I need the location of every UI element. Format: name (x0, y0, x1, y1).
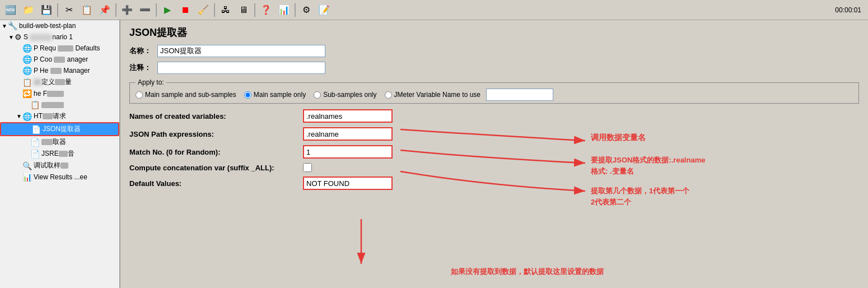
sub-h-icon: 📋 (30, 100, 40, 109)
http-sampler-icon: 🌐 (22, 112, 32, 121)
config-row-names: Names of created variables: (129, 109, 859, 123)
left-tree-panel: ▼ 🔧 build-web-test-plan ▼ ⚙ S nario 1 🌐 … (0, 20, 120, 288)
tree-scenario1[interactable]: ▼ ⚙ S nario 1 (0, 31, 119, 43)
tree-http-header[interactable]: 🌐 P He Manager (0, 65, 119, 76)
apply-to-legend: Apply to: (136, 78, 166, 86)
view-results-label: View Results ...ee (34, 173, 87, 181)
comment-input[interactable] (157, 62, 325, 74)
radio-sub-only[interactable]: Sub-samples only (314, 91, 376, 99)
radio-main-sub-input[interactable] (136, 91, 143, 99)
cut-btn[interactable]: ✂ (60, 2, 77, 18)
separator-2 (115, 3, 116, 17)
separator-4 (214, 3, 215, 17)
add-btn[interactable]: ➕ (119, 2, 136, 18)
tree-regex-extractor[interactable]: 📄 取器 (0, 136, 119, 148)
open-btn[interactable]: 📁 (20, 2, 37, 18)
copy-btn[interactable]: 📋 (78, 2, 95, 18)
view-results-icon: 📊 (22, 173, 32, 182)
separator-6 (295, 3, 296, 17)
annotation-2: 要提取JSON格式的数据:.realname格式: .变量名 (591, 155, 705, 176)
annotation-4: 如果没有提取到数据，默认提取这里设置的数据 (451, 267, 604, 277)
tree-http-sampler[interactable]: ▼ 🌐 HT请求 (0, 110, 119, 122)
help-btn[interactable]: ❓ (258, 2, 274, 18)
radio-main-sub[interactable]: Main sample and sub-samples (136, 91, 236, 99)
new-btn[interactable]: 🆕 (2, 2, 19, 18)
timer-display: 00:00:01 (835, 6, 866, 14)
tree-json-extractor[interactable]: 📄 JSON提取器 (0, 122, 119, 136)
http-defaults-label: P Requ Defaults (34, 44, 100, 52)
name-input[interactable] (157, 45, 325, 57)
tree-user-defined[interactable]: 📋 定义量 (0, 76, 119, 88)
http-defaults-icon: 🌐 (22, 44, 32, 53)
separator-3 (156, 3, 157, 17)
run-btn[interactable]: ▶ (159, 2, 176, 18)
user-icon: 📋 (22, 78, 32, 87)
root-expand-icon: ▼ (1, 23, 8, 29)
tree-http-cookie[interactable]: 🌐 P Coo anager (0, 54, 119, 65)
separator-5 (254, 3, 255, 17)
tree-debug[interactable]: 🔍 调试取样 (0, 160, 119, 171)
tree-view-results[interactable]: 📊 View Results ...ee (0, 171, 119, 183)
config-concat-label: Compute concatenation var (suffix _ALL): (129, 164, 303, 172)
scenario-expand-icon: ▼ (8, 34, 15, 40)
radio-main-only-label: Main sample only (254, 91, 306, 99)
comment-row: 注释： (129, 62, 859, 74)
save-btn[interactable]: 💾 (38, 2, 55, 18)
remove-btn[interactable]: ➖ (137, 2, 153, 18)
config-default-input[interactable] (303, 176, 393, 190)
report-btn[interactable]: 📊 (276, 2, 292, 18)
paste-btn[interactable]: 📌 (96, 2, 113, 18)
log-btn[interactable]: 📝 (316, 2, 333, 18)
loop-icon: 🔁 (22, 89, 32, 98)
radio-jmeter-var-input[interactable] (385, 91, 392, 99)
jsre-label: JSRE音 (41, 149, 74, 159)
panel-title: JSON提取器 (129, 26, 859, 39)
config-names-input[interactable] (303, 109, 393, 123)
radio-jmeter-var[interactable]: JMeter Variable Name to use (385, 89, 554, 101)
config-concat-checkbox[interactable] (303, 163, 312, 172)
http-sampler-label: HT请求 (34, 112, 66, 121)
config-jsonpath-label: JSON Path expressions: (129, 130, 303, 138)
settings-btn[interactable]: ⚙ (298, 2, 315, 18)
tree-jsre[interactable]: 📄 JSRE音 (0, 148, 119, 160)
config-default-label: Default Values: (129, 179, 303, 188)
radio-main-only[interactable]: Main sample only (244, 91, 306, 99)
stop-btn[interactable]: ⏹ (177, 2, 194, 18)
tree-root[interactable]: ▼ 🔧 build-web-test-plan (0, 20, 119, 31)
regex-icon: 📄 (30, 138, 40, 147)
annotation-3: 提取第几个数据，1代表第一个2代表第二个 (591, 185, 689, 207)
jmeter-var-input[interactable] (486, 89, 553, 101)
separator-1 (57, 3, 58, 17)
cookie-icon: 🌐 (22, 55, 32, 64)
name-row: 名称： (129, 45, 859, 57)
tree-sub-h[interactable]: 📋 (0, 99, 119, 110)
main-layout: ▼ 🔧 build-web-test-plan ▼ ⚙ S nario 1 🌐 … (0, 20, 868, 288)
http-sampler-expand: ▼ (16, 113, 22, 119)
config-matchno-label: Match No. (0 for Random): (129, 148, 303, 156)
config-jsonpath-input[interactable] (303, 127, 393, 141)
root-icon: 🔧 (8, 21, 17, 30)
tree-loop[interactable]: 🔁 he F (0, 88, 119, 99)
config-row-concat: Compute concatenation var (suffix _ALL): (129, 163, 859, 172)
remote-start-btn[interactable]: 🖧 (217, 2, 234, 18)
debug-label: 调试取样 (34, 161, 68, 170)
tree-root-label: build-web-test-plan (19, 22, 76, 30)
scenario1-label: S nario 1 (24, 33, 73, 41)
radio-main-only-input[interactable] (244, 91, 251, 99)
radio-jmeter-var-label: JMeter Variable Name to use (394, 91, 481, 99)
config-names-label: Names of created variables: (129, 112, 303, 120)
header-label: P He Manager (34, 67, 90, 75)
user-label: 定义量 (34, 77, 72, 87)
config-matchno-input[interactable] (303, 145, 393, 159)
json-extractor-label: JSON提取器 (43, 124, 81, 134)
jsre-icon: 📄 (30, 150, 40, 159)
regex-label: 取器 (41, 137, 66, 147)
debug-icon: 🔍 (22, 161, 32, 170)
cookie-label: P Coo anager (34, 55, 88, 63)
toolbar: 🆕 📁 💾 ✂ 📋 📌 ➕ ➖ ▶ ⏹ 🧹 🖧 🖥 ❓ 📊 ⚙ 📝 00:00:… (0, 0, 868, 20)
clear-btn[interactable]: 🧹 (195, 2, 212, 18)
radio-sub-only-input[interactable] (314, 91, 321, 99)
tree-http-defaults[interactable]: 🌐 P Requ Defaults (0, 43, 119, 54)
remote-stop-btn[interactable]: 🖥 (235, 2, 252, 18)
right-panel: JSON提取器 名称： 注释： Apply to: Main sample an… (120, 20, 868, 288)
